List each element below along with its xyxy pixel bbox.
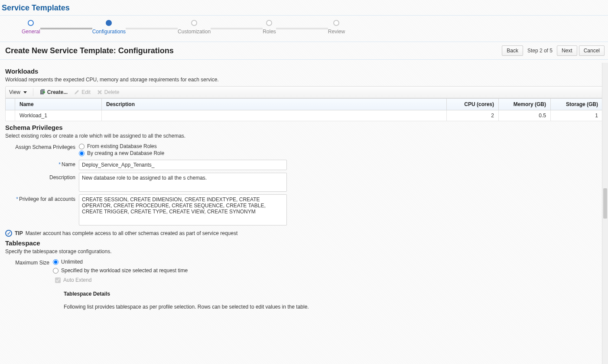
- auto-extend-label: Auto Extend: [63, 277, 91, 283]
- radio-specified[interactable]: Specified by the workload size selected …: [53, 267, 188, 274]
- radio-existing-roles-label: From existing Database Roles: [87, 143, 157, 149]
- col-storage[interactable]: Storage (GB): [551, 99, 603, 110]
- chevron-down-icon: [23, 91, 27, 93]
- col-blank: [6, 99, 15, 110]
- wizard-step-review[interactable]: Review: [328, 20, 345, 35]
- create-label: Create...: [47, 89, 68, 95]
- radio-existing-roles[interactable]: From existing Database Roles: [79, 143, 164, 149]
- wizard-step-customization[interactable]: Customization: [178, 20, 211, 35]
- view-menu[interactable]: View: [9, 89, 27, 95]
- back-button[interactable]: Back: [502, 45, 523, 56]
- workloads-title: Workloads: [5, 68, 603, 75]
- wizard-line: [211, 28, 263, 29]
- wizard-label: Configurations: [92, 29, 126, 35]
- wizard-label: Roles: [263, 29, 276, 35]
- page-title: Service Templates: [0, 0, 608, 15]
- tip-label: TIP: [15, 230, 23, 236]
- radio-existing-roles-input[interactable]: [79, 144, 85, 149]
- radio-new-role[interactable]: By creating a new Database Role: [79, 150, 164, 156]
- scrollbar[interactable]: [602, 63, 608, 327]
- radio-unlimited-input[interactable]: [53, 259, 59, 265]
- wizard-circle-icon: [28, 20, 34, 26]
- cell-memory: 0.5: [499, 110, 551, 121]
- wizard-label: General: [22, 29, 40, 35]
- wizard-label: Customization: [178, 29, 211, 35]
- tip-icon: ✓: [5, 230, 12, 237]
- tablespace-details-desc: Following list provides tablespace as pe…: [64, 304, 603, 310]
- col-description[interactable]: Description: [102, 99, 447, 110]
- wizard-line: [276, 28, 328, 29]
- subheader-title: Create New Service Template: Configurati…: [5, 46, 174, 55]
- name-label: *Name: [5, 160, 79, 168]
- schema-desc: Select existing roles or create a role w…: [5, 133, 603, 139]
- radio-new-role-input[interactable]: [79, 151, 85, 156]
- step-counter: Step 2 of 5: [525, 48, 555, 54]
- col-memory[interactable]: Memory (GB): [499, 99, 551, 110]
- delete-label: Delete: [104, 89, 120, 95]
- tip-row: ✓ TIP Master account has complete access…: [5, 230, 603, 237]
- wizard-label: Review: [328, 29, 345, 35]
- wizard-step-configurations[interactable]: Configurations: [92, 20, 126, 35]
- max-size-label: Maximum Size: [5, 258, 53, 266]
- table-row[interactable]: Workload_1 2 0.5 1: [6, 110, 603, 121]
- wizard-step-general[interactable]: General: [22, 20, 40, 35]
- scrollbar-thumb[interactable]: [603, 188, 607, 219]
- schema-title: Schema Privileges: [5, 124, 603, 131]
- wizard-line: [126, 28, 178, 29]
- wizard-bar: General Configurations Customization Rol…: [0, 15, 608, 37]
- edit-label: Edit: [81, 89, 91, 95]
- wizard-circle-icon: [266, 20, 272, 26]
- cell-description: [102, 110, 447, 121]
- wizard-line: [40, 28, 92, 29]
- workloads-toolbar: View Create... Edit Delete: [5, 86, 603, 98]
- toolbar-divider: [33, 88, 33, 96]
- create-button[interactable]: Create...: [39, 89, 68, 95]
- delete-button: Delete: [97, 89, 120, 95]
- wizard-circle-icon: [333, 20, 339, 26]
- cell-storage: 1: [551, 110, 603, 121]
- wizard-circle-icon: [106, 20, 112, 26]
- next-button[interactable]: Next: [557, 45, 577, 56]
- description-label: Description: [5, 173, 79, 180]
- view-label: View: [9, 89, 20, 95]
- table-header-row: Name Description CPU (cores) Memory (GB)…: [6, 99, 603, 110]
- wizard-step-roles[interactable]: Roles: [263, 20, 276, 35]
- role-description-input[interactable]: New database role to be assigned to all …: [79, 173, 287, 192]
- edit-button: Edit: [74, 89, 91, 95]
- privilege-label: *Privilege for all accounts: [5, 194, 79, 202]
- cell-name: Workload_1: [15, 110, 102, 121]
- wizard-circle-icon: [191, 20, 197, 26]
- role-name-input[interactable]: [79, 160, 287, 170]
- cell-cpu: 2: [447, 110, 499, 121]
- workloads-desc: Workload represents the expected CPU, me…: [5, 77, 603, 83]
- radio-unlimited[interactable]: Unlimited: [53, 259, 188, 265]
- subheader: Create New Service Template: Configurati…: [0, 42, 608, 60]
- workloads-table: Name Description CPU (cores) Memory (GB)…: [5, 98, 603, 121]
- tablespace-details-title: Tablespace Details: [64, 291, 603, 297]
- pencil-icon: [74, 89, 80, 95]
- auto-extend-checkbox: Auto Extend: [55, 277, 603, 283]
- col-cpu[interactable]: CPU (cores): [447, 99, 499, 110]
- tablespace-title: Tablespace: [5, 239, 603, 247]
- create-icon: [39, 89, 46, 95]
- assign-privileges-label: Assign Schema Privileges: [5, 142, 79, 150]
- radio-specified-input[interactable]: [53, 268, 59, 274]
- radio-new-role-label: By creating a new Database Role: [87, 150, 164, 156]
- privilege-input[interactable]: CREATE SESSION, CREATE DIMENSION, CREATE…: [79, 194, 287, 225]
- tablespace-desc: Specify the tablespace storage configura…: [5, 248, 603, 254]
- cancel-button[interactable]: Cancel: [579, 45, 605, 56]
- radio-unlimited-label: Unlimited: [61, 259, 83, 265]
- auto-extend-input: [55, 277, 61, 283]
- radio-specified-label: Specified by the workload size selected …: [61, 267, 188, 274]
- x-icon: [97, 89, 103, 95]
- col-name[interactable]: Name: [15, 99, 102, 110]
- tip-text: Master account has complete access to al…: [26, 230, 238, 236]
- content-scroll: Workloads Workload represents the expect…: [0, 60, 608, 327]
